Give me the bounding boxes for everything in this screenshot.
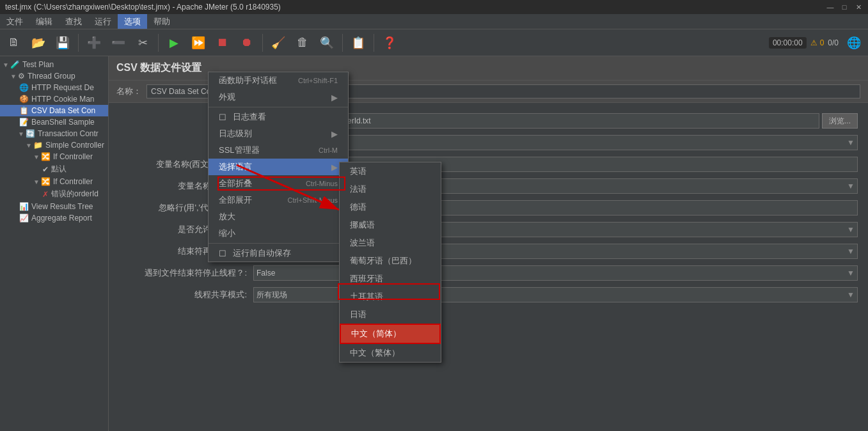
open-button[interactable]: 📂 xyxy=(27,32,50,54)
stopthread-label: 遇到文件结束符停止线程？: xyxy=(119,267,247,279)
expand-icon: ▼ xyxy=(26,142,32,149)
clear-button[interactable]: 🧹 xyxy=(267,32,290,54)
func-helper-label: 函数助手对话框 xyxy=(219,75,277,86)
sidebar-item-http-request[interactable]: 🌐 HTTP Request De xyxy=(0,82,108,93)
sidebar-item-http-cookie[interactable]: 🍪 HTTP Cookie Man xyxy=(0,93,108,105)
window-controls: — □ ✕ xyxy=(826,3,863,12)
start-no-pause-button[interactable]: ⏩ xyxy=(187,32,210,54)
menu-options[interactable]: 选项 xyxy=(118,14,147,29)
remove-button[interactable]: ➖ xyxy=(107,32,130,54)
test-plan-icon: 🧪 xyxy=(10,60,20,69)
search-toolbar-button[interactable]: 🔍 xyxy=(315,32,338,54)
sidebar-item-csv-data[interactable]: 📋 CSV Data Set Con xyxy=(0,105,108,116)
tree-label: CSV Data Set Con xyxy=(31,106,95,115)
ssl-label: SSL管理器 xyxy=(219,145,260,156)
lang-polish[interactable]: 波兰语 xyxy=(340,234,441,252)
log-level-arrow: ▶ xyxy=(331,129,338,139)
window-title: test.jmx (C:\Users\zhangxiwen\Desktop\te… xyxy=(5,3,281,12)
tree-label: Simple Controller xyxy=(45,141,104,150)
menu-func-helper[interactable]: 函数助手对话框 Ctrl+Shift-F1 xyxy=(209,72,348,89)
expand-icon: ▼ xyxy=(10,73,17,80)
lang-portuguese-brazil[interactable]: 葡萄牙语（巴西） xyxy=(340,252,441,270)
sharing-arrow: ▼ xyxy=(847,290,855,299)
lang-spanish[interactable]: 西班牙语 xyxy=(340,270,441,288)
tree-label: HTTP Cookie Man xyxy=(31,95,94,104)
remote-button[interactable]: 🌐 xyxy=(842,32,865,54)
menu-file[interactable]: 文件 xyxy=(0,14,29,29)
new-button[interactable]: 🗎 xyxy=(3,32,26,54)
template-button[interactable]: 📋 xyxy=(347,32,370,54)
warning-count: ⚠ 0 xyxy=(810,38,825,47)
lang-turkish[interactable]: 土耳其语 xyxy=(340,288,441,306)
sidebar-item-view-results[interactable]: 📊 View Results Tree xyxy=(0,201,108,212)
start-button[interactable]: ▶ xyxy=(162,32,185,54)
tree-label: Test Plan xyxy=(22,60,54,69)
menu-search[interactable]: 查找 xyxy=(59,14,88,29)
menu-zoom-out[interactable]: 缩小 xyxy=(209,225,348,242)
lang-norwegian[interactable]: 挪威语 xyxy=(340,216,441,234)
sidebar-item-test-plan[interactable]: ▼ 🧪 Test Plan xyxy=(0,59,108,70)
dropdown-sep-2 xyxy=(209,243,348,244)
dropdown-sep-1 xyxy=(209,107,348,107)
expand-icon: ▼ xyxy=(3,61,9,68)
maximize-button[interactable]: □ xyxy=(840,3,849,12)
form-row-sharing: 线程共享模式: 所有现场 ▼ xyxy=(119,287,858,302)
stopthread-value: False xyxy=(256,269,275,278)
log-viewer-checkbox: ☐ xyxy=(219,113,228,121)
auto-save-label: 运行前自动保存 xyxy=(233,247,291,259)
sidebar-item-if-ctrl1[interactable]: ▼ 🔀 If Controller xyxy=(0,151,108,162)
sidebar-item-orderid[interactable]: ✗ 错误的orderId xyxy=(0,187,108,201)
lang-japanese[interactable]: 日语 xyxy=(340,306,441,324)
expand-all-label: 全部展开 xyxy=(219,194,252,206)
lang-chinese-simplified[interactable]: 中文（简体） xyxy=(340,324,441,344)
lang-english[interactable]: 英语 xyxy=(340,162,441,180)
lang-chinese-traditional[interactable]: 中文（繁体） xyxy=(340,344,441,362)
menu-expand-all[interactable]: 全部展开 Ctrl+Shift-Minus xyxy=(209,192,348,208)
clear-all-button[interactable]: 🗑 xyxy=(291,32,314,54)
stop-button[interactable]: ⏹ xyxy=(211,32,234,54)
sidebar-item-transaction[interactable]: ▼ 🔄 Transaction Contr xyxy=(0,128,108,139)
sidebar-item-if-ctrl2[interactable]: ▼ 🔀 If Controller xyxy=(0,176,108,187)
sharing-label: 线程共享模式: xyxy=(119,289,247,301)
menu-edit[interactable]: 编辑 xyxy=(29,14,59,29)
browse-button[interactable]: 浏览... xyxy=(822,113,858,129)
menu-help[interactable]: 帮助 xyxy=(147,14,177,29)
menu-select-lang[interactable]: 选择语言 ▶ xyxy=(209,159,348,175)
transaction-icon: 🔄 xyxy=(26,129,35,138)
toolbar-sep-4 xyxy=(342,34,343,52)
menu-collapse-all[interactable]: 全部折叠 Ctrl-Minus xyxy=(209,175,348,192)
toolbar-sep-1 xyxy=(78,34,79,52)
menu-zoom-in[interactable]: 放大 xyxy=(209,208,348,225)
look-feel-arrow: ▶ xyxy=(331,93,338,102)
recycle-arrow: ▼ xyxy=(847,247,855,256)
sidebar-item-simple[interactable]: ▼ 📁 Simple Controller xyxy=(0,139,108,151)
sidebar-item-beanshell[interactable]: 📝 BeanShell Sample xyxy=(0,116,108,128)
close-button[interactable]: ✕ xyxy=(854,3,863,12)
menu-auto-save[interactable]: ☐ 运行前自动保存 xyxy=(209,245,348,262)
encoding-arrow: ▼ xyxy=(847,138,855,147)
thread-group-icon: ⚙ xyxy=(18,72,25,81)
minimize-button[interactable]: — xyxy=(826,3,835,12)
tree-label: View Results Tree xyxy=(31,202,93,211)
help-toolbar-button[interactable]: ❓ xyxy=(378,32,401,54)
copy-button[interactable]: ✂ xyxy=(131,32,154,54)
save-button[interactable]: 💾 xyxy=(51,32,74,54)
sidebar-item-thread-group[interactable]: ▼ ⚙ Thread Group xyxy=(0,70,108,82)
menu-log-viewer[interactable]: ☐ 日志查看 xyxy=(209,109,348,125)
lang-german[interactable]: 德语 xyxy=(340,198,441,216)
menu-run[interactable]: 运行 xyxy=(88,14,118,29)
select-lang-arrow: ▶ xyxy=(331,162,338,172)
lang-french[interactable]: 法语 xyxy=(340,180,441,198)
tree-label: 错误的orderId xyxy=(51,189,99,200)
warn-icon: ⚠ xyxy=(810,38,817,47)
sidebar-item-aggregate[interactable]: 📈 Aggregate Report xyxy=(0,212,108,224)
add-button[interactable]: ➕ xyxy=(83,32,106,54)
menu-log-level[interactable]: 日志级别 ▶ xyxy=(209,125,348,142)
shutdown-button[interactable]: ⏺ xyxy=(235,32,258,54)
toolbar-sep-3 xyxy=(262,34,263,52)
menu-look-feel[interactable]: 外观 ▶ xyxy=(209,89,348,106)
menu-ssl[interactable]: SSL管理器 Ctrl-M xyxy=(209,142,348,159)
tree-label: If Controller xyxy=(53,177,93,186)
if-ctrl2-icon: 🔀 xyxy=(41,177,51,186)
sidebar-item-renzhen[interactable]: ✔ 點认 xyxy=(0,162,108,176)
